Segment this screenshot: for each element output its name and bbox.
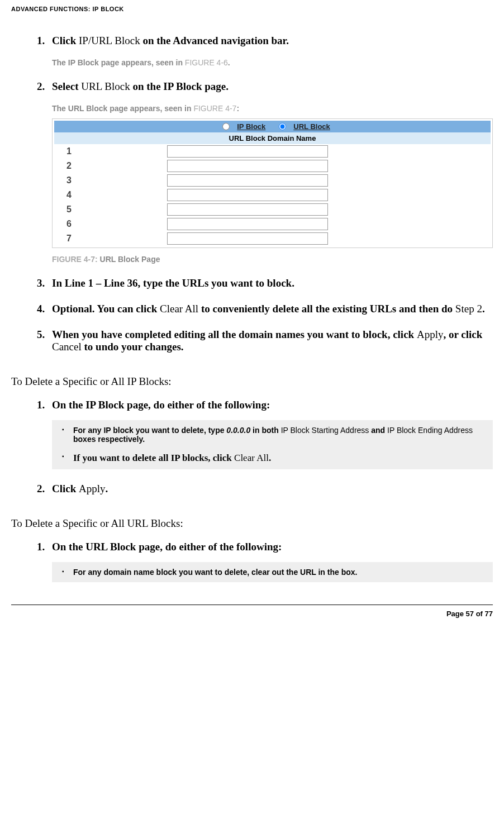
step-2: Select URL Block on the IP Block page. T… bbox=[47, 80, 493, 264]
table-row: 7 bbox=[54, 231, 491, 246]
section-delete-url-title: To Delete a Specific or All URL Blocks: bbox=[11, 517, 493, 530]
figure-caption: FIGURE 4-7: URL Block Page bbox=[52, 255, 493, 264]
row-num: 4 bbox=[54, 188, 94, 202]
url-input-4[interactable] bbox=[167, 189, 328, 201]
url-input-1[interactable] bbox=[167, 145, 328, 158]
step-2-note: The URL Block page appears, seen in FIGU… bbox=[52, 104, 493, 113]
steps-list-a: Click IP/URL Block on the Advanced navig… bbox=[11, 35, 493, 353]
options-box-url: For any domain name block you want to de… bbox=[52, 562, 493, 582]
table-row: 1 bbox=[54, 144, 491, 159]
table-header: URL Block Domain Name bbox=[54, 132, 491, 144]
step-3: In Line 1 – Line 36, type the URLs you w… bbox=[47, 277, 493, 289]
row-num: 3 bbox=[54, 173, 94, 188]
option-delete-specific-url: For any domain name block you want to de… bbox=[58, 568, 487, 577]
table-row: 3 bbox=[54, 173, 491, 188]
option-delete-specific-ip: For any IP block you want to delete, typ… bbox=[58, 426, 487, 444]
step-5: When you have completed editing all the … bbox=[47, 329, 493, 353]
step-4: Optional. You can click Clear All to con… bbox=[47, 303, 493, 315]
step-b2: Click Apply. bbox=[47, 483, 493, 495]
section-delete-ip-title: To Delete a Specific or All IP Blocks: bbox=[11, 375, 493, 388]
step-2-text: Select URL Block on the IP Block page. bbox=[52, 80, 229, 92]
footer-rule bbox=[11, 605, 493, 605]
step-c1: On the URL Block page, do either of the … bbox=[47, 541, 493, 582]
url-input-6[interactable] bbox=[167, 218, 328, 230]
url-input-3[interactable] bbox=[167, 174, 328, 187]
page-header: ADVANCED FUNCTIONS: IP BLOCK bbox=[11, 6, 493, 12]
tab-strip: IP Block URL Block bbox=[54, 121, 491, 132]
row-num: 7 bbox=[54, 231, 94, 246]
step-1-note: The IP Block page appears, seen in FIGUR… bbox=[52, 58, 493, 67]
url-block-label[interactable]: URL Block bbox=[293, 122, 330, 131]
figure-4-7: IP Block URL Block URL Block Domain Name… bbox=[52, 118, 493, 248]
step-1-text: Click IP/URL Block on the Advanced navig… bbox=[52, 35, 289, 46]
ip-block-label[interactable]: IP Block bbox=[237, 122, 265, 131]
url-block-table: 1 2 3 4 5 6 7 bbox=[54, 144, 491, 246]
step-b1: On the IP Block page, do either of the f… bbox=[47, 399, 493, 469]
url-block-radio[interactable] bbox=[279, 123, 286, 130]
row-num: 6 bbox=[54, 217, 94, 231]
table-row: 5 bbox=[54, 202, 491, 217]
options-box-ip: For any IP block you want to delete, typ… bbox=[52, 420, 493, 469]
url-input-5[interactable] bbox=[167, 203, 328, 216]
option-delete-all-ip: If you want to delete all IP blocks, cli… bbox=[58, 453, 487, 464]
url-input-7[interactable] bbox=[167, 232, 328, 245]
table-row: 6 bbox=[54, 217, 491, 231]
row-num: 5 bbox=[54, 202, 94, 217]
url-input-2[interactable] bbox=[167, 160, 328, 172]
steps-list-b: On the IP Block page, do either of the f… bbox=[11, 399, 493, 495]
page-footer: Page 57 of 77 bbox=[11, 610, 493, 618]
table-row: 2 bbox=[54, 159, 491, 173]
steps-list-c: On the URL Block page, do either of the … bbox=[11, 541, 493, 582]
row-num: 2 bbox=[54, 159, 94, 173]
step-1: Click IP/URL Block on the Advanced navig… bbox=[47, 35, 493, 67]
row-num: 1 bbox=[54, 144, 94, 159]
table-row: 4 bbox=[54, 188, 491, 202]
ip-block-radio[interactable] bbox=[222, 123, 230, 130]
